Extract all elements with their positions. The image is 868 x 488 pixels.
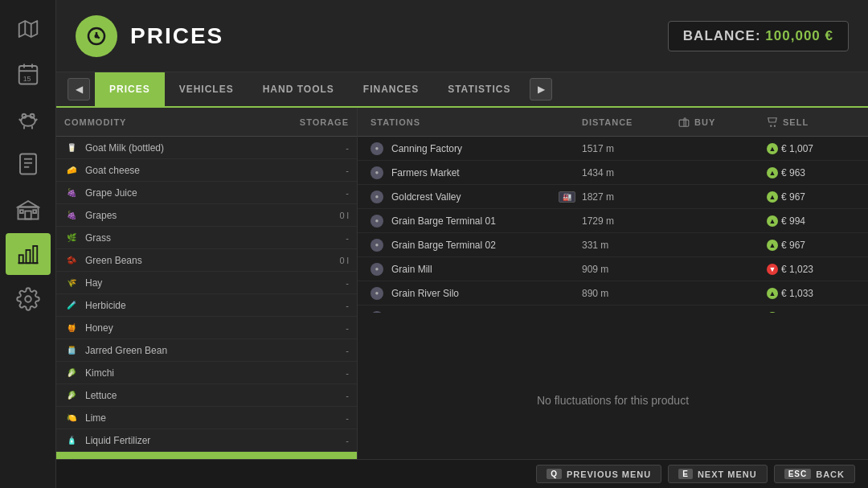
svg-marker-19 xyxy=(18,201,38,207)
sidebar-item-production[interactable] xyxy=(6,188,51,230)
commodity-row[interactable]: 🍇 Grape Juice - xyxy=(56,182,357,204)
station-sell: ▲ € 1,007 xyxy=(767,143,855,154)
commodity-row[interactable]: 🫘 Green Beans 0 l xyxy=(56,249,357,272)
commodity-storage: - xyxy=(309,368,349,378)
svg-point-9 xyxy=(30,114,34,118)
commodity-name: Kimchi xyxy=(85,367,309,379)
commodity-row[interactable]: 🫙 Jarred Green Bean - xyxy=(56,339,357,362)
price-indicator: ▲ xyxy=(767,288,778,299)
station-badge: 🏭 xyxy=(559,191,575,203)
tab-finances[interactable]: FINANCES xyxy=(349,72,433,108)
bottom-bar-button[interactable]: QPREVIOUS MENU xyxy=(536,465,661,483)
svg-point-33 xyxy=(771,125,772,126)
station-row[interactable]: ● Farmers Market 1434 m ▲ € 963 xyxy=(358,161,868,185)
station-icon: ● xyxy=(371,166,383,179)
commodity-row[interactable]: 🥬 Kimchi - xyxy=(56,362,357,384)
commodity-row[interactable]: 🌿 Grass - xyxy=(56,227,357,249)
station-name: Grain Barge Terminal 01 xyxy=(391,215,575,227)
svg-point-8 xyxy=(22,114,26,118)
station-name: Grain River Silo xyxy=(391,288,575,299)
svg-rect-21 xyxy=(20,210,23,213)
commodity-col-header: COMMODITY xyxy=(64,117,293,127)
sell-price: € 1,033 xyxy=(781,288,813,299)
commodity-icon: 🫘 xyxy=(64,253,79,268)
bottom-bar-button[interactable]: ESCBACK xyxy=(774,465,855,483)
station-row[interactable]: ● Grain Barge Terminal 01 1729 m ▲ € 994 xyxy=(358,209,868,233)
station-sell: ▲ € 994 xyxy=(767,215,855,227)
station-name: Canning Factory xyxy=(391,143,575,154)
svg-rect-25 xyxy=(33,246,37,263)
station-icon: ● xyxy=(371,191,383,203)
commodity-name: Goat cheese xyxy=(85,165,309,176)
tab-prices[interactable]: PRICES xyxy=(95,72,165,108)
commodity-row[interactable]: 🍋 Lime - xyxy=(56,407,357,429)
station-row[interactable]: ● Grain River Silo 890 m ▲ € 1,033 xyxy=(358,281,868,306)
nav-next-arrow[interactable]: ▶ xyxy=(530,78,552,100)
commodity-name: Lettuce xyxy=(85,390,309,401)
station-row[interactable]: ● Goldcrest Valley 🏭 1827 m ▲ € 967 xyxy=(358,185,868,209)
commodity-name: Lime xyxy=(85,412,309,424)
station-sell: ▲ € 967 xyxy=(767,240,855,251)
station-icon: ● xyxy=(371,239,383,252)
station-row[interactable]: ● Grain Barge Terminal 02 331 m ▲ € 967 xyxy=(358,233,868,257)
sidebar-item-settings[interactable] xyxy=(6,278,51,320)
sidebar-item-calendar[interactable]: 15 xyxy=(6,53,51,95)
sidebar-item-statistics[interactable] xyxy=(6,233,51,275)
tab-hand-tools[interactable]: HAND TOOLS xyxy=(248,72,349,108)
commodity-name: Green Beans xyxy=(85,255,309,266)
station-row[interactable]: ● Canning Factory 1517 m ▲ € 1,007 xyxy=(358,137,868,161)
sidebar-item-contracts[interactable] xyxy=(6,143,51,185)
commodity-row[interactable]: 🥬 Lettuce - xyxy=(56,384,357,407)
sell-price: € 1,007 xyxy=(781,143,813,154)
commodity-storage: - xyxy=(309,413,349,423)
station-row[interactable]: ● Oil Mill 1833 m ▲ € 983 xyxy=(358,306,868,313)
tab-vehicles[interactable]: VEHICLES xyxy=(165,72,248,108)
sell-price: € 994 xyxy=(781,215,805,227)
svg-rect-22 xyxy=(33,210,36,213)
commodity-row[interactable]: 🌾 Hay - xyxy=(56,272,357,294)
station-distance: 1729 m xyxy=(582,215,678,227)
right-panel: STATIONS DISTANCE BUY SELL ● Canning Fac… xyxy=(358,108,868,488)
commodity-icon: 🧪 xyxy=(64,298,79,313)
price-indicator: ▲ xyxy=(767,167,778,178)
commodity-storage: 0 l xyxy=(309,256,349,265)
commodity-row[interactable]: 🧪 Herbicide - xyxy=(56,294,357,317)
commodity-icon: 🧀 xyxy=(64,163,79,178)
station-name: Goldcrest Valley xyxy=(391,191,559,203)
station-sell: ▲ € 1,033 xyxy=(767,288,855,299)
sidebar-item-livestock[interactable] xyxy=(6,98,51,140)
svg-rect-24 xyxy=(26,250,30,263)
station-icon: ● xyxy=(371,287,383,300)
svg-rect-20 xyxy=(25,211,31,219)
commodity-scroll[interactable]: 🥛 Goat Milk (bottled) - 🧀 Goat cheese - … xyxy=(56,137,357,488)
key-badge: E xyxy=(678,469,693,479)
commodity-row[interactable]: 🧴 Liquid Fertilizer - xyxy=(56,429,357,452)
commodity-icon: 🥬 xyxy=(64,388,79,403)
commodity-row[interactable]: 🍯 Honey - xyxy=(56,317,357,339)
price-badge: ▼ € 1,023 xyxy=(767,264,813,275)
station-sell: ▼ € 1,023 xyxy=(767,264,855,275)
price-indicator: ▼ xyxy=(767,264,778,275)
commodity-row[interactable]: 🍇 Grapes 0 l xyxy=(56,204,357,227)
station-sell: ▲ € 963 xyxy=(767,167,855,178)
price-indicator: ▲ xyxy=(767,143,778,154)
commodity-list: COMMODITY STORAGE 🥛 Goat Milk (bottled) … xyxy=(56,108,358,488)
commodity-row[interactable]: 🧀 Goat cheese - xyxy=(56,159,357,182)
bottom-bar-button[interactable]: ENEXT MENU xyxy=(668,465,767,483)
sell-price: € 963 xyxy=(781,167,805,178)
station-distance: 909 m xyxy=(582,264,678,275)
commodity-name: Honey xyxy=(85,322,309,334)
station-distance: 1827 m xyxy=(582,191,678,203)
commodity-storage: 0 l xyxy=(309,211,349,220)
station-icon: ● xyxy=(371,215,383,228)
nav-prev-arrow[interactable]: ◀ xyxy=(68,78,90,100)
header: PRICES BALANCE: 100,000 € xyxy=(56,0,868,72)
station-row[interactable]: ● Grain Mill 909 m ▼ € 1,023 xyxy=(358,257,868,281)
commodity-storage: - xyxy=(309,166,349,175)
tab-statistics[interactable]: STATISTICS xyxy=(433,72,525,108)
commodity-row[interactable]: 🥛 Goat Milk (bottled) - xyxy=(56,137,357,159)
nav-tabs: ◀ PRICES VEHICLES HAND TOOLS FINANCES ST… xyxy=(56,72,868,108)
content-area: COMMODITY STORAGE 🥛 Goat Milk (bottled) … xyxy=(56,108,868,488)
sidebar-item-map[interactable] xyxy=(6,8,51,50)
svg-rect-23 xyxy=(18,255,23,263)
